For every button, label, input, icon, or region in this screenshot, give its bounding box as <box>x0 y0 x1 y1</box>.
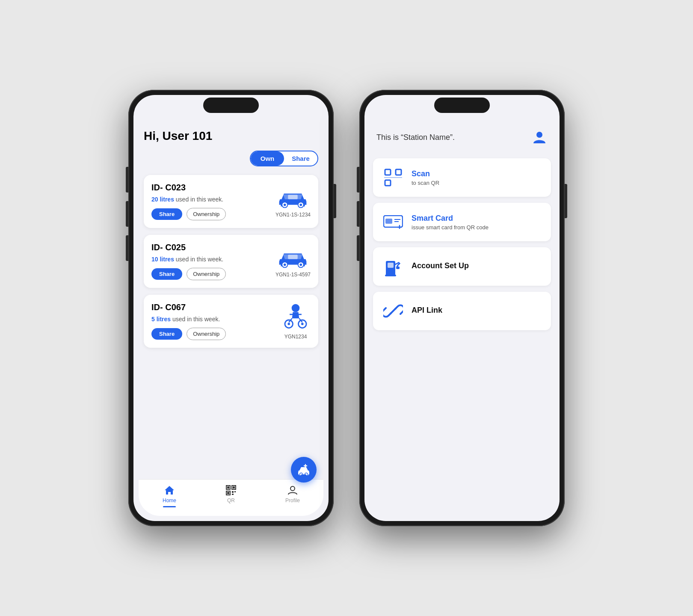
svg-rect-25 <box>227 492 229 494</box>
scan-icon <box>383 168 403 187</box>
vehicle-card-1: ID- C023 20 litres used in this week. Sh… <box>144 175 318 228</box>
phone-1: Hi, User 101 Own Share ID- C023 20 litre… <box>128 90 334 526</box>
svg-point-29 <box>290 486 295 491</box>
plate-2: YGN1-1S-4597 <box>275 272 311 278</box>
ownership-button-3[interactable]: Ownership <box>187 328 226 340</box>
home-icon <box>164 485 175 496</box>
ownership-button-2[interactable]: Ownership <box>187 268 226 280</box>
share-button-3[interactable]: Share <box>151 328 182 340</box>
svg-rect-27 <box>234 491 236 492</box>
svg-rect-23 <box>233 486 235 489</box>
api-link-title: API Link <box>412 306 542 315</box>
vehicle-usage-1: 20 litres used in this week. <box>151 196 270 203</box>
fuel-icon <box>384 256 402 277</box>
card-actions-2: Share Ownership <box>151 268 270 280</box>
nav-home[interactable]: Home <box>139 485 200 507</box>
smartcard-menu-item[interactable]: Smart Card issue smart card from QR code <box>373 203 551 241</box>
share-button-2[interactable]: Share <box>151 268 182 280</box>
svg-point-1 <box>284 204 286 206</box>
litres-3: 5 litres <box>151 316 171 323</box>
api-link-menu-item[interactable]: API Link <box>373 292 551 330</box>
card-right-3: YGN1234 <box>281 303 311 340</box>
svg-rect-42 <box>388 263 394 268</box>
litres-2: 10 litres <box>151 256 174 263</box>
profile-nav-label: Profile <box>285 498 300 503</box>
share-tab[interactable]: Share <box>284 151 317 166</box>
profile-nav-icon <box>287 485 298 496</box>
vehicle-usage-2: 10 litres used in this week. <box>151 256 270 263</box>
menu-list: Scan to scan QR <box>364 154 560 335</box>
scan-title: Scan <box>412 169 542 178</box>
ownership-button-1[interactable]: Ownership <box>187 208 226 220</box>
account-setup-title: Account Set Up <box>412 261 542 270</box>
link-icon-wrap <box>382 300 404 322</box>
svg-rect-31 <box>385 169 391 175</box>
svg-line-45 <box>391 308 396 314</box>
screen-1: Hi, User 101 Own Share ID- C023 20 litre… <box>133 95 329 521</box>
profile-button[interactable] <box>531 129 548 145</box>
card-right-1: YGN1-1S-1234 <box>275 186 311 218</box>
account-setup-text: Account Set Up <box>412 261 542 272</box>
phone-2: This is “Station Name”. <box>359 90 565 526</box>
card-right-2: YGN1-1S-4597 <box>275 246 311 278</box>
svg-rect-44 <box>385 275 396 276</box>
toggle-container: Own Share <box>144 151 318 166</box>
add-vehicle-fab[interactable] <box>291 457 317 483</box>
account-setup-menu-item[interactable]: Account Set Up <box>373 247 551 286</box>
home-nav-label: Home <box>163 498 176 503</box>
vehicle-id-3: ID- C067 <box>151 302 275 312</box>
vehicle-card-2: ID- C025 10 litres used in this week. Sh… <box>144 235 318 288</box>
fuel-icon-wrap <box>382 256 404 277</box>
share-button-1[interactable]: Share <box>151 208 182 220</box>
card-actions-1: Share Ownership <box>151 208 270 220</box>
scan-text: Scan to scan QR <box>412 169 542 186</box>
scan-icon-wrap <box>382 167 404 188</box>
car-icon-2 <box>277 246 309 269</box>
svg-point-6 <box>284 264 286 266</box>
svg-rect-21 <box>227 486 229 489</box>
smartcard-title: Smart Card <box>412 214 542 223</box>
smartcard-text: Smart Card issue smart card from QR code <box>412 214 542 231</box>
car-icon-1 <box>277 186 309 209</box>
smartcard-icon-wrap <box>382 211 404 233</box>
svg-point-30 <box>536 132 542 138</box>
bottom-nav: Home QR <box>139 479 323 516</box>
svg-rect-33 <box>385 180 391 186</box>
nav-qr[interactable]: QR <box>200 485 262 507</box>
link-icon <box>383 301 403 321</box>
dynamic-island-2 <box>434 98 490 113</box>
svg-point-10 <box>292 304 300 312</box>
scan-subtitle: to scan QR <box>412 180 542 186</box>
usage-suffix-2: used in this week. <box>176 256 223 263</box>
api-link-text: API Link <box>412 306 542 316</box>
smartcard-subtitle: issue smart card from QR code <box>412 224 542 231</box>
svg-point-3 <box>300 204 302 206</box>
station-title: This is “Station Name”. <box>376 133 455 142</box>
plate-1: YGN1-1S-1234 <box>275 212 311 218</box>
vehicle-usage-3: 5 litres used in this week. <box>151 316 275 323</box>
svg-point-15 <box>301 323 304 325</box>
moto-icon-3 <box>281 303 311 331</box>
nav-profile[interactable]: Profile <box>262 485 323 507</box>
vehicle-id-2: ID- C025 <box>151 243 270 252</box>
own-tab[interactable]: Own <box>251 151 284 166</box>
svg-rect-36 <box>385 219 392 224</box>
screen-2: This is “Station Name”. <box>364 95 560 521</box>
vehicle-id-1: ID- C023 <box>151 183 270 192</box>
svg-rect-26 <box>232 491 234 493</box>
user-icon <box>533 130 546 144</box>
add-vehicle-icon <box>297 463 311 477</box>
home-indicator <box>163 506 176 507</box>
qr-icon <box>225 485 237 496</box>
usage-suffix-1: used in this week. <box>176 196 223 203</box>
svg-point-14 <box>287 323 290 325</box>
svg-point-8 <box>300 264 302 266</box>
scan-menu-item[interactable]: Scan to scan QR <box>373 158 551 197</box>
vehicle-card-3: ID- C067 5 litres used in this week. Sha… <box>144 295 318 348</box>
svg-rect-28 <box>232 494 234 495</box>
dynamic-island-1 <box>203 98 259 113</box>
litres-1: 20 litres <box>151 196 174 203</box>
own-share-toggle[interactable]: Own Share <box>250 151 318 166</box>
qr-nav-label: QR <box>227 498 235 503</box>
smartcard-icon <box>383 215 403 229</box>
